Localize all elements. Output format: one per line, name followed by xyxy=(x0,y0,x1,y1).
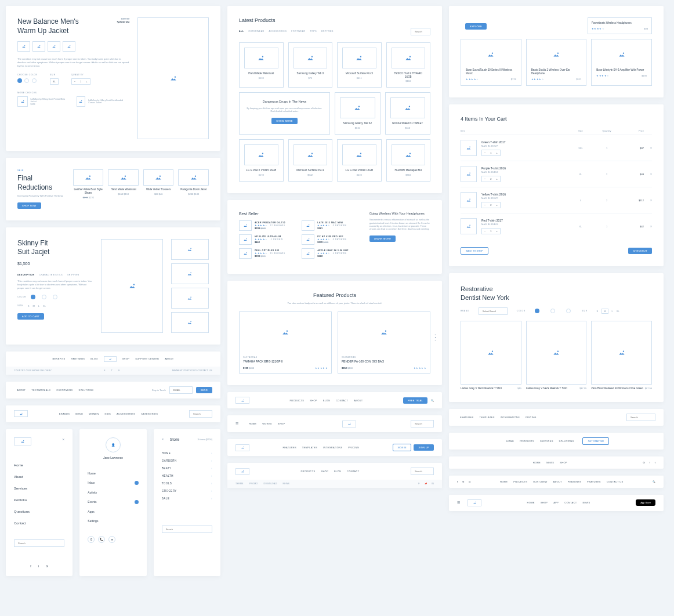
color-swatch[interactable] xyxy=(24,78,29,83)
product-item[interactable]: NVIDIA Shield K1 TABLET$610 xyxy=(385,92,431,135)
linkedin-icon[interactable]: in xyxy=(432,483,434,485)
sidebar-item[interactable]: Contact xyxy=(14,517,64,529)
bestseller-item[interactable]: PC HP 6300 PRO SFF★★★★★0 Reviews$370 $31… xyxy=(302,234,361,245)
signin-button[interactable]: SIGN IN xyxy=(393,444,412,451)
color-swatch[interactable] xyxy=(550,309,555,313)
nav-link[interactable]: FEATURES xyxy=(568,480,581,483)
search-input[interactable] xyxy=(14,539,64,547)
store-category[interactable]: TOOLS› xyxy=(162,480,212,487)
filter-tab[interactable]: ACCESSORIES xyxy=(269,30,287,32)
store-category[interactable]: GARDERN› xyxy=(162,457,212,465)
footer-link[interactable]: News xyxy=(283,483,290,485)
product-item[interactable]: LG G Pad VK810 16GB$410 xyxy=(337,139,382,182)
google-icon[interactable]: G xyxy=(88,536,95,543)
logo[interactable] xyxy=(342,421,356,427)
nav-link[interactable]: FEATURES xyxy=(282,446,296,449)
nav-link[interactable]: BLOG xyxy=(90,357,97,360)
related-item[interactable]: LaBellum by Hillary Scott Handbeaded Can… xyxy=(77,96,130,107)
size-select[interactable]: XL xyxy=(50,78,59,85)
nav-link[interactable]: TEMPLATES xyxy=(302,446,317,449)
menu-icon[interactable] xyxy=(457,501,462,505)
logo[interactable] xyxy=(14,410,28,417)
send-button[interactable]: SEND xyxy=(196,387,212,393)
product-item[interactable]: Hand Made Waistcoat$150 $110 xyxy=(108,169,139,209)
search-input[interactable] xyxy=(626,414,655,421)
facebook-icon[interactable]: f xyxy=(30,564,31,568)
size-option[interactable]: M xyxy=(601,309,608,314)
nav-link[interactable]: WORKS xyxy=(262,422,272,425)
qty-stepper[interactable]: −1+ xyxy=(71,78,90,85)
sidebar-item[interactable]: Portfolio xyxy=(14,494,64,506)
product-item[interactable]: Hand Made Waistcoat$110 xyxy=(239,42,284,88)
thumbnail[interactable] xyxy=(32,41,45,52)
qty-stepper[interactable]: −1+ xyxy=(481,228,501,234)
facebook-icon[interactable]: f xyxy=(118,369,119,372)
mail-icon[interactable]: ✉ xyxy=(108,536,115,543)
size-option[interactable]: M xyxy=(32,305,34,307)
nav-link[interactable]: CUSTOMERS xyxy=(56,389,73,392)
product-item[interactable]: Ladies Grey V Neck Reebok T Shirt$49 xyxy=(461,321,521,390)
nav-link[interactable]: NEWS xyxy=(582,501,590,504)
product-item[interactable]: Microsoft Surface Pro 3$411 xyxy=(337,42,382,88)
color-swatch[interactable] xyxy=(566,309,571,313)
color-swatch[interactable] xyxy=(42,295,46,299)
nav-link[interactable]: Blog xyxy=(323,399,330,402)
nav-link[interactable]: Products xyxy=(289,399,304,402)
product-item[interactable]: Leather Ankle Boot Style Shoes$210 $170 xyxy=(73,169,104,209)
qty-stepper[interactable]: −2+ xyxy=(481,202,501,208)
nav-link[interactable]: BENEFITS xyxy=(53,357,66,360)
size-option[interactable]: S xyxy=(28,305,30,307)
avatar[interactable]: 👤 xyxy=(106,437,121,452)
store-category[interactable]: SALE› xyxy=(162,495,212,502)
nav-link[interactable]: CONTACT xyxy=(564,501,577,504)
show-more-button[interactable]: SHOW MORE xyxy=(271,118,297,124)
remove-icon[interactable]: × xyxy=(644,224,652,228)
nav-link[interactable]: HOME xyxy=(527,501,535,504)
nav-link[interactable]: INTEGRATIONS xyxy=(501,416,520,419)
email-input[interactable] xyxy=(169,386,193,394)
sidebar-item[interactable]: Questions xyxy=(14,506,64,517)
explore-button[interactable]: EXPLORE xyxy=(465,23,487,30)
nav-link[interactable]: PRODUCTS xyxy=(520,440,534,443)
nav-link[interactable]: WOMEN xyxy=(89,412,99,415)
footer-link[interactable]: Download xyxy=(263,483,277,485)
bestseller-item[interactable]: HP ELITE ULTRASLIM★★★★★.1 Review$462 xyxy=(239,234,298,245)
nav-link[interactable]: NEWS xyxy=(546,461,554,464)
close-icon[interactable]: × xyxy=(162,437,164,441)
nav-link[interactable]: APP xyxy=(553,501,559,504)
logo[interactable] xyxy=(468,499,481,506)
nav-link[interactable]: SHOP xyxy=(321,470,328,473)
nav-link[interactable]: INTEGRATIONS xyxy=(323,446,342,449)
nav-link[interactable]: SUPPORT CENTER xyxy=(135,357,159,360)
nav-link[interactable]: TEMPLATES xyxy=(479,416,494,419)
nav-link[interactable]: ABOUT xyxy=(165,357,173,360)
footer-link[interactable]: Terms xyxy=(235,483,244,485)
bestseller-item[interactable]: APPLE IMAC 24 3.06 GHZ★★★★★4 Reviews$622 xyxy=(302,248,361,259)
logo[interactable] xyxy=(235,397,249,404)
search-input[interactable] xyxy=(411,28,430,35)
profile-item[interactable]: Activity xyxy=(88,488,138,497)
learn-more-button[interactable]: LEARN MORE xyxy=(369,235,396,242)
nav-link[interactable]: CONTACT US xyxy=(607,480,624,483)
nav-link[interactable]: CONTACT xyxy=(347,470,359,473)
product-item[interactable]: Patagonia Down Jacet$200 $180 xyxy=(178,169,209,209)
store-category[interactable]: BEATY› xyxy=(162,465,212,472)
skinny-thumb[interactable] xyxy=(171,263,209,284)
filter-tab[interactable]: OUTERWEAR xyxy=(248,30,264,32)
nav-link[interactable]: MENU xyxy=(75,412,83,415)
nav-link[interactable]: ACCESSORIES xyxy=(117,412,135,415)
nav-link[interactable]: SOLUTIONS xyxy=(78,389,93,392)
menu-icon[interactable] xyxy=(235,422,240,426)
search-icon[interactable]: 🔍 xyxy=(431,399,434,402)
nav-link[interactable]: About xyxy=(354,399,363,402)
nav-link[interactable]: SOLUTIONS xyxy=(559,440,574,443)
logo[interactable] xyxy=(235,444,249,451)
bestseller-item[interactable]: ACER PREDATOR G6-710★★★★★12 Reviews$199 … xyxy=(239,220,298,231)
nav-link[interactable]: HOME xyxy=(506,440,514,443)
qty-stepper[interactable]: −1+ xyxy=(481,150,501,156)
filter-tab[interactable]: BOTTOMS xyxy=(321,30,334,32)
nav-link[interactable]: HOME xyxy=(249,422,256,425)
close-icon[interactable]: × xyxy=(62,437,64,441)
skinny-thumb[interactable] xyxy=(171,288,209,309)
product-item[interactable]: Samsung Galaxy Tab S2$610 xyxy=(335,92,381,135)
